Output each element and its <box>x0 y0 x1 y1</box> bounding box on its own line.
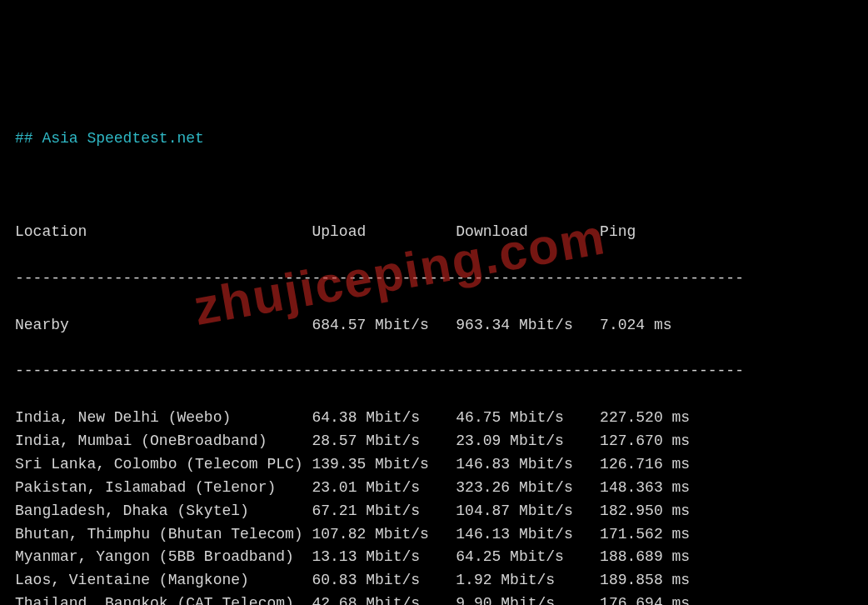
speedtest-row: Thailand, Bangkok (CAT Telecom) 42.68 Mb… <box>15 592 853 605</box>
section-title: ## Asia Speedtest.net <box>15 128 853 151</box>
separator-mid: ----------------------------------------… <box>15 360 853 383</box>
nearby-row: Nearby 684.57 Mbit/s 963.34 Mbit/s 7.024… <box>15 314 853 338</box>
speedtest-row: Myanmar, Yangon (5BB Broadband) 13.13 Mb… <box>15 546 853 569</box>
speedtest-row: India, Mumbai (OneBroadband) 28.57 Mbit/… <box>15 430 853 453</box>
speedtest-row: India, New Delhi (Weebo) 64.38 Mbit/s 46… <box>15 407 853 430</box>
speedtest-row: Laos, Vientaine (Mangkone) 60.83 Mbit/s … <box>15 569 853 592</box>
speedtest-row: Pakistan, Islamabad (Telenor) 23.01 Mbit… <box>15 477 853 500</box>
speedtest-row: Sri Lanka, Colombo (Telecom PLC) 139.35 … <box>15 453 853 477</box>
speedtest-row: Bhutan, Thimphu (Bhutan Telecom) 107.82 … <box>15 523 853 547</box>
blank-line <box>15 174 853 198</box>
header-row: Location Upload Download Ping <box>15 221 853 244</box>
speedtest-row: Bangladesh, Dhaka (Skytel) 67.21 Mbit/s … <box>15 500 853 523</box>
separator-top: ----------------------------------------… <box>15 268 853 291</box>
